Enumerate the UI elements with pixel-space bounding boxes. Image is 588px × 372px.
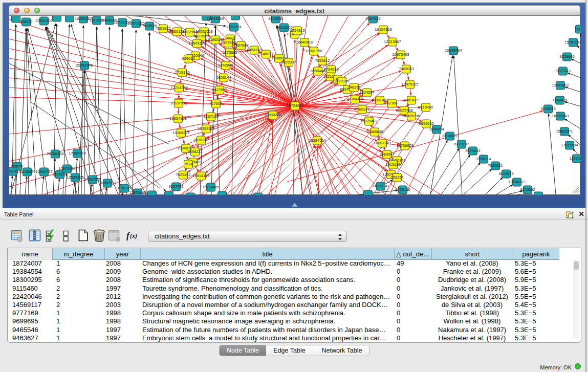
svg-text:1574: 1574 <box>184 162 193 166</box>
svg-text:8427552: 8427552 <box>212 87 227 92</box>
svg-text:9329966: 9329966 <box>559 54 574 59</box>
svg-text:18724007: 18724007 <box>287 103 303 108</box>
svg-text:20206536: 20206536 <box>47 151 63 156</box>
svg-text:3624554: 3624554 <box>359 90 374 95</box>
svg-text:16640910: 16640910 <box>296 40 313 45</box>
svg-text:19166827: 19166827 <box>172 130 189 135</box>
svg-text:15751074: 15751074 <box>564 40 581 45</box>
svg-text:8990448: 8990448 <box>310 69 325 73</box>
svg-text:12942737: 12942737 <box>35 169 52 174</box>
svg-text:6379197: 6379197 <box>454 142 469 146</box>
svg-text:62160: 62160 <box>387 101 398 105</box>
svg-text:7955812: 7955812 <box>315 58 330 63</box>
svg-text:12923468: 12923468 <box>129 190 146 195</box>
svg-text:16782759: 16782759 <box>116 186 133 190</box>
svg-text:7663822: 7663822 <box>156 26 170 31</box>
svg-text:20364436: 20364436 <box>346 97 363 101</box>
svg-text:9084067: 9084067 <box>379 152 394 157</box>
svg-text:10107553: 10107553 <box>170 101 187 105</box>
svg-text:5875685: 5875685 <box>222 50 237 55</box>
svg-text:18807249: 18807249 <box>374 141 390 145</box>
svg-text:1733426: 1733426 <box>395 187 410 192</box>
svg-text:20691406: 20691406 <box>35 18 52 23</box>
svg-text:12505135: 12505135 <box>67 175 83 180</box>
svg-text:252254: 252254 <box>390 175 403 180</box>
svg-text:9463627: 9463627 <box>404 98 419 102</box>
svg-text:10648784: 10648784 <box>445 48 462 53</box>
svg-text:16495798: 16495798 <box>403 114 420 118</box>
svg-text:2935114: 2935114 <box>476 157 491 161</box>
svg-text:11156829: 11156829 <box>19 169 35 174</box>
svg-text:2867608: 2867608 <box>233 43 248 48</box>
svg-text:12353594: 12353594 <box>198 126 214 131</box>
svg-text:15692971: 15692971 <box>556 129 573 134</box>
svg-text:9245652: 9245652 <box>520 187 535 192</box>
svg-text:8938923: 8938923 <box>442 134 457 138</box>
svg-text:16154808: 16154808 <box>375 27 391 32</box>
svg-text:12213383: 12213383 <box>170 85 187 90</box>
svg-text:(x): (x) <box>130 232 137 239</box>
svg-text:10807487: 10807487 <box>371 98 388 102</box>
svg-text:6794028: 6794028 <box>323 67 338 72</box>
svg-text:7485063: 7485063 <box>399 67 413 71</box>
svg-text:1244415: 1244415 <box>552 98 567 102</box>
svg-text:18900285: 18900285 <box>264 113 281 117</box>
svg-text:405572: 405572 <box>19 19 32 24</box>
svg-text:9657791: 9657791 <box>168 184 183 189</box>
svg-text:39159: 39159 <box>9 169 18 173</box>
svg-text:10958107: 10958107 <box>99 181 116 185</box>
svg-text:9777169: 9777169 <box>334 79 349 83</box>
svg-text:9699695: 9699695 <box>419 121 433 126</box>
svg-text:746266: 746266 <box>347 85 360 90</box>
svg-text:5822037: 5822037 <box>281 60 296 64</box>
svg-text:417004: 417004 <box>209 101 222 106</box>
svg-text:14139141: 14139141 <box>372 184 389 188</box>
svg-text:3498222: 3498222 <box>187 149 202 154</box>
svg-text:8267130: 8267130 <box>203 114 218 119</box>
svg-text:1254319: 1254319 <box>290 28 304 33</box>
svg-text:1167533: 1167533 <box>570 156 581 161</box>
svg-text:17016504: 17016504 <box>561 143 578 147</box>
svg-text:2718176: 2718176 <box>175 70 189 75</box>
svg-text:2803144: 2803144 <box>216 75 231 80</box>
svg-text:15716485: 15716485 <box>202 185 219 189</box>
svg-text:7632621: 7632621 <box>488 163 503 168</box>
svg-text:11123: 11123 <box>575 27 581 31</box>
svg-text:19654925: 19654925 <box>169 116 186 121</box>
svg-text:7515525: 7515525 <box>142 24 157 28</box>
svg-text:9227343: 9227343 <box>555 69 570 73</box>
svg-text:7625402: 7625402 <box>176 172 190 177</box>
svg-text:9327503: 9327503 <box>193 34 208 38</box>
svg-text:7386372: 7386372 <box>355 107 369 112</box>
svg-text:9242848: 9242848 <box>218 63 233 68</box>
svg-text:10961758: 10961758 <box>305 49 322 53</box>
svg-text:16033809: 16033809 <box>207 16 224 21</box>
svg-text:12093872: 12093872 <box>552 83 569 87</box>
svg-text:10975887: 10975887 <box>58 166 75 171</box>
svg-text:8678352: 8678352 <box>193 138 208 142</box>
svg-text:989612: 989612 <box>182 56 194 61</box>
svg-text:8471676: 8471676 <box>498 171 513 176</box>
svg-text:9474444: 9474444 <box>465 148 480 153</box>
svg-text:12213967: 12213967 <box>384 39 401 44</box>
svg-text:15720407: 15720407 <box>360 119 377 123</box>
svg-text:8215955: 8215955 <box>540 106 555 111</box>
svg-text:2087682: 2087682 <box>365 16 380 21</box>
svg-text:17359924: 17359924 <box>69 151 85 156</box>
svg-text:1640934: 1640934 <box>429 127 444 132</box>
svg-text:12975115: 12975115 <box>402 82 419 86</box>
svg-text:8813054: 8813054 <box>268 16 283 21</box>
svg-text:7357224: 7357224 <box>226 25 241 29</box>
svg-text:10654112: 10654112 <box>509 180 526 184</box>
svg-text:16914479: 16914479 <box>192 173 209 178</box>
svg-text:19384554: 19384554 <box>309 138 325 143</box>
svg-text:20053346: 20053346 <box>76 63 93 68</box>
svg-text:19756928: 19756928 <box>396 143 413 148</box>
svg-text:10688609: 10688609 <box>366 129 383 134</box>
svg-text:1615132: 1615132 <box>385 162 400 167</box>
svg-text:9115460: 9115460 <box>419 105 433 110</box>
svg-text:16210643: 16210643 <box>552 114 569 118</box>
svg-text:10973493: 10973493 <box>392 52 409 57</box>
svg-text:10543382: 10543382 <box>188 41 205 46</box>
